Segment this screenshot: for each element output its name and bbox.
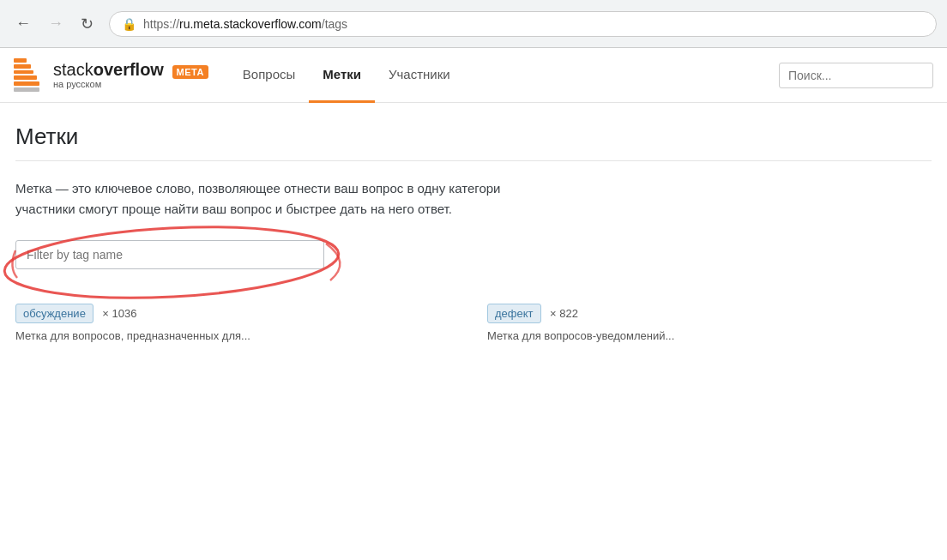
filter-input[interactable] bbox=[15, 240, 324, 269]
back-button[interactable]: ← bbox=[10, 11, 36, 36]
tag-count-defect: × 822 bbox=[550, 307, 578, 320]
page-description: Метка — это ключевое слово, позволяющее … bbox=[15, 178, 787, 220]
search-input[interactable] bbox=[779, 63, 933, 88]
nav-users[interactable]: Участники bbox=[375, 48, 464, 103]
search-area bbox=[779, 63, 933, 88]
logo-sub: на русском bbox=[53, 79, 208, 89]
address-bar[interactable]: 🔒 https://ru.meta.stackoverflow.com/tags bbox=[109, 11, 937, 37]
tag-label-defect[interactable]: дефект bbox=[487, 304, 541, 323]
lock-icon: 🔒 bbox=[122, 17, 136, 31]
reload-button[interactable]: ↻ bbox=[75, 11, 99, 37]
tag-item: дефект × 822 Метка для вопросов-уведомле… bbox=[487, 293, 932, 354]
site-header: stackoverflow META на русском Вопросы Ме… bbox=[0, 48, 947, 103]
browser-nav: ← → ↻ bbox=[10, 11, 99, 37]
tag-description-defect: Метка для вопросов-уведомлений... bbox=[487, 328, 932, 344]
tags-grid: обсуждение × 1036 Метка для вопросов, пр… bbox=[15, 293, 932, 354]
page-divider bbox=[15, 160, 932, 161]
description-line1: Метка — это ключевое слово, позволяющее … bbox=[15, 181, 500, 196]
nav-tags[interactable]: Метки bbox=[309, 48, 375, 103]
browser-chrome: ← → ↻ 🔒 https://ru.meta.stackoverflow.co… bbox=[0, 0, 947, 48]
so-logo-icon bbox=[14, 59, 39, 92]
page-title: Метки bbox=[15, 123, 932, 150]
filter-section bbox=[15, 240, 932, 269]
nav-links: Вопросы Метки Участники bbox=[229, 48, 464, 102]
meta-badge: META bbox=[172, 65, 208, 79]
page-content: Метки Метка — это ключевое слово, позвол… bbox=[2, 103, 945, 375]
logo-area[interactable]: stackoverflow META на русском bbox=[14, 59, 208, 92]
tag-count-discussion: × 1036 bbox=[102, 307, 136, 320]
tag-item: обсуждение × 1036 Метка для вопросов, пр… bbox=[15, 293, 460, 354]
description-line2: участники смогут проще найти ваш вопрос … bbox=[15, 202, 452, 216]
logo-main: stackoverflow META bbox=[53, 60, 208, 79]
tag-description-discussion: Метка для вопросов, предназначенных для.… bbox=[15, 328, 460, 344]
url-path: /tags bbox=[322, 17, 347, 31]
nav-questions[interactable]: Вопросы bbox=[229, 48, 309, 103]
url-text: https://ru.meta.stackoverflow.com/tags bbox=[143, 17, 347, 31]
tag-label-discussion[interactable]: обсуждение bbox=[15, 304, 93, 323]
url-scheme: https:// bbox=[143, 17, 179, 31]
url-domain: ru.meta.stackoverflow.com bbox=[179, 17, 322, 31]
logo-text: stackoverflow META на русском bbox=[53, 60, 208, 89]
forward-button[interactable]: → bbox=[43, 11, 69, 36]
